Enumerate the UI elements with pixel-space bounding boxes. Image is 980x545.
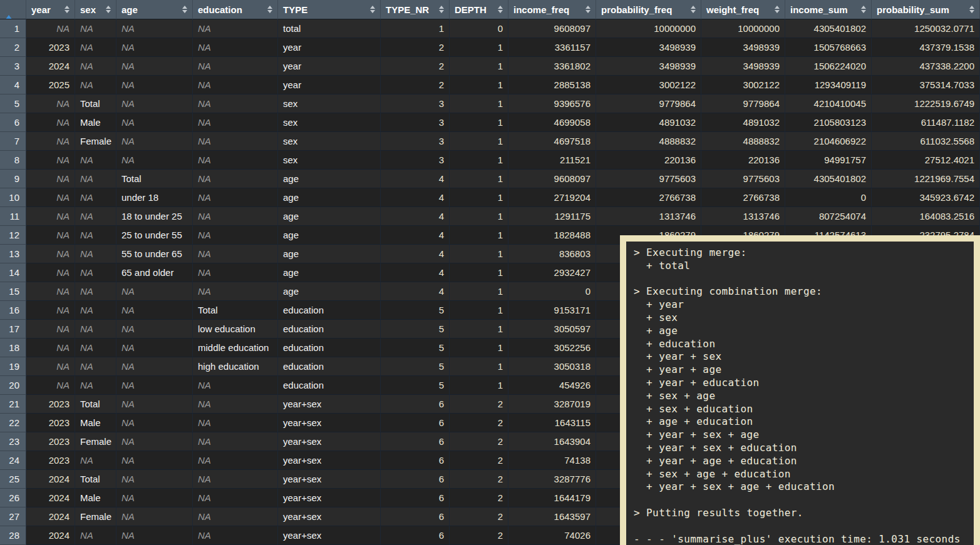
cell-DEPTH: 1 — [450, 263, 508, 282]
row-number: 9 — [0, 170, 26, 188]
cell-education: NA — [193, 432, 278, 451]
cell-education: NA — [193, 226, 278, 245]
column-header-income_freq[interactable]: income_freq — [508, 0, 596, 19]
cell-DEPTH: 1 — [450, 94, 508, 113]
cell-age: NA — [116, 94, 193, 113]
cell-year: NA — [26, 151, 75, 170]
row-number: 19 — [0, 357, 26, 376]
cell-TYPE_NR: 6 — [381, 526, 450, 545]
header-row: yearsexageeducationTYPETYPE_NRDEPTHincom… — [0, 0, 980, 19]
cell-weight_freq: 3498939 — [701, 57, 785, 76]
cell-DEPTH: 2 — [450, 526, 508, 545]
cell-TYPE_NR: 6 — [381, 470, 450, 489]
row-number: 11 — [0, 207, 26, 226]
cell-TYPE_NR: 4 — [381, 245, 450, 263]
cell-year: 2024 — [26, 470, 75, 489]
row-number: 3 — [0, 57, 26, 76]
cell-year: NA — [26, 320, 75, 339]
cell-income_freq: 1643597 — [508, 507, 596, 526]
cell-year: NA — [26, 113, 75, 132]
cell-probability_sum: 27512.4021 — [872, 151, 980, 170]
corner-header[interactable] — [0, 0, 26, 19]
cell-sex: NA — [75, 245, 116, 263]
cell-DEPTH: 1 — [450, 113, 508, 132]
cell-TYPE_NR: 6 — [381, 507, 450, 526]
column-header-probability_sum[interactable]: probability_sum — [872, 0, 980, 19]
cell-age: NA — [116, 282, 193, 301]
row-number: 26 — [0, 489, 26, 507]
sort-icon — [439, 6, 444, 13]
cell-TYPE: age — [278, 170, 381, 188]
cell-DEPTH: 1 — [450, 320, 508, 339]
column-header-DEPTH[interactable]: DEPTH — [450, 0, 508, 19]
cell-TYPE: age — [278, 263, 381, 282]
cell-education: NA — [193, 414, 278, 432]
cell-probability_sum: 345923.6742 — [872, 188, 980, 207]
column-header-sex[interactable]: sex — [75, 0, 116, 19]
cell-DEPTH: 1 — [450, 226, 508, 245]
cell-income_freq: 1291175 — [508, 207, 596, 226]
cell-year: NA — [26, 132, 75, 151]
cell-education: NA — [193, 76, 278, 94]
cell-income_freq: 74138 — [508, 451, 596, 470]
cell-age: 65 and older — [116, 263, 193, 282]
cell-TYPE_NR: 5 — [381, 357, 450, 376]
cell-income_freq: 2719204 — [508, 188, 596, 207]
cell-DEPTH: 1 — [450, 38, 508, 57]
cell-TYPE_NR: 2 — [381, 57, 450, 76]
cell-income_sum: 807254074 — [785, 207, 872, 226]
sort-icon — [64, 6, 70, 13]
cell-income_freq: 3287776 — [508, 470, 596, 489]
column-header-weight_freq[interactable]: weight_freq — [701, 0, 785, 19]
cell-TYPE_NR: 6 — [381, 489, 450, 507]
cell-DEPTH: 2 — [450, 451, 508, 470]
sort-icon — [861, 6, 866, 13]
cell-year: 2024 — [26, 526, 75, 545]
column-header-education[interactable]: education — [193, 0, 278, 19]
cell-income_freq: 74026 — [508, 526, 596, 545]
column-header-TYPE[interactable]: TYPE — [278, 0, 381, 19]
cell-income_freq: 4697518 — [508, 132, 596, 151]
column-header-TYPE_NR[interactable]: TYPE_NR — [381, 0, 450, 19]
cell-TYPE_NR: 4 — [381, 170, 450, 188]
cell-sex: NA — [75, 526, 116, 545]
cell-age: NA — [116, 451, 193, 470]
cell-TYPE_NR: 4 — [381, 263, 450, 282]
column-header-age[interactable]: age — [116, 0, 193, 19]
cell-DEPTH: 1 — [450, 301, 508, 320]
cell-probability_sum: 164083.2516 — [872, 207, 980, 226]
cell-DEPTH: 1 — [450, 339, 508, 357]
cell-age: Total — [116, 170, 193, 188]
cell-TYPE: sex — [278, 151, 381, 170]
cell-income_freq: 0 — [508, 282, 596, 301]
cell-TYPE_NR: 5 — [381, 339, 450, 357]
cell-age: 18 to under 25 — [116, 207, 193, 226]
cell-probability_freq: 1313746 — [596, 207, 701, 226]
cell-TYPE: sex — [278, 113, 381, 132]
cell-probability_freq: 4891032 — [596, 113, 701, 132]
cell-age: NA — [116, 395, 193, 414]
cell-education: middle education — [193, 339, 278, 357]
sort-icon — [585, 6, 591, 13]
cell-income_freq: 9608097 — [508, 19, 596, 38]
cell-education: high education — [193, 357, 278, 376]
cell-DEPTH: 1 — [450, 376, 508, 395]
column-header-year[interactable]: year — [26, 0, 75, 19]
row-number: 13 — [0, 245, 26, 263]
cell-TYPE_NR: 1 — [381, 19, 450, 38]
cell-sex: NA — [75, 301, 116, 320]
cell-education: NA — [193, 470, 278, 489]
cell-TYPE: age — [278, 245, 381, 263]
row-number: 22 — [0, 414, 26, 432]
cell-TYPE: year+sex — [278, 507, 381, 526]
cell-income_sum: 0 — [785, 188, 872, 207]
row-number: 21 — [0, 395, 26, 414]
column-header-income_sum[interactable]: income_sum — [785, 0, 872, 19]
cell-income_freq: 3050597 — [508, 320, 596, 339]
column-header-probability_freq[interactable]: probability_freq — [596, 0, 701, 19]
row-number: 24 — [0, 451, 26, 470]
cell-TYPE_NR: 2 — [381, 76, 450, 94]
cell-TYPE: year+sex — [278, 432, 381, 451]
cell-TYPE_NR: 3 — [381, 151, 450, 170]
cell-DEPTH: 1 — [450, 207, 508, 226]
